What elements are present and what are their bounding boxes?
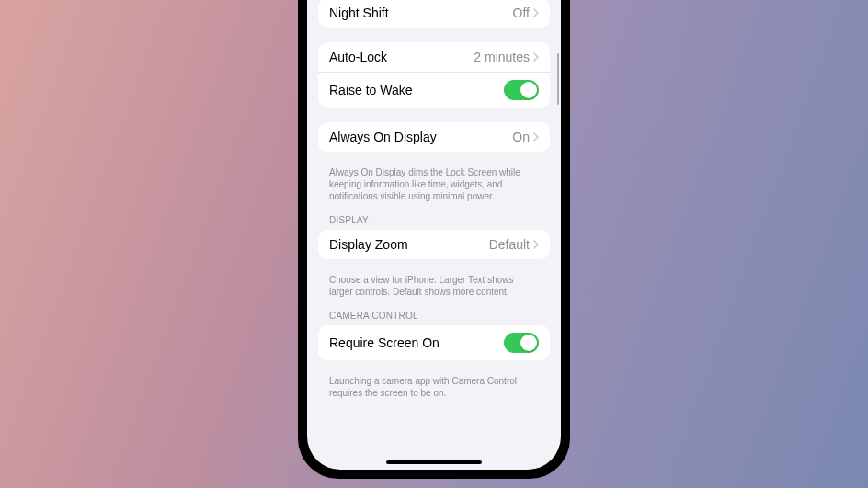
- always-on-footer: Always On Display dims the Lock Screen w…: [329, 166, 539, 202]
- night-shift-label: Night Shift: [329, 6, 389, 20]
- chevron-right-icon: [533, 240, 539, 249]
- display-zoom-row[interactable]: Display Zoom Default: [318, 230, 550, 259]
- require-screen-on-label: Require Screen On: [329, 335, 440, 350]
- row-right: On: [512, 130, 539, 144]
- always-on-row[interactable]: Always On Display On: [318, 122, 550, 152]
- night-shift-row[interactable]: Night Shift Off: [318, 0, 550, 28]
- chevron-right-icon: [533, 132, 539, 142]
- display-zoom-label: Display Zoom: [329, 237, 408, 252]
- raise-to-wake-row: Raise to Wake: [318, 73, 550, 108]
- phone-screen: Night Shift Off Auto-Lock 2 minutes: [307, 0, 561, 470]
- night-shift-value: Off: [513, 6, 530, 20]
- display-footer: Choose a view for iPhone. Larger Text sh…: [329, 274, 539, 298]
- row-right: Off: [513, 6, 539, 20]
- require-screen-on-row: Require Screen On: [318, 325, 550, 360]
- display-zoom-value: Default: [489, 237, 530, 252]
- row-right: Default: [489, 237, 539, 252]
- always-on-group: Always On Display On: [318, 122, 550, 152]
- night-shift-group: Night Shift Off: [318, 0, 550, 28]
- always-on-label: Always On Display: [329, 130, 437, 144]
- auto-lock-row[interactable]: Auto-Lock 2 minutes: [318, 42, 550, 73]
- display-section-header: DISPLAY: [329, 215, 539, 225]
- settings-list[interactable]: Night Shift Off Auto-Lock 2 minutes: [307, 0, 561, 470]
- auto-lock-label: Auto-Lock: [329, 50, 387, 64]
- auto-lock-value: 2 minutes: [474, 50, 530, 64]
- display-group: Display Zoom Default: [318, 230, 550, 259]
- chevron-right-icon: [533, 52, 539, 62]
- camera-section-header: CAMERA CONTROL: [329, 311, 539, 321]
- camera-footer: Launching a camera app with Camera Contr…: [329, 375, 539, 399]
- chevron-right-icon: [533, 8, 539, 17]
- phone-frame: Night Shift Off Auto-Lock 2 minutes: [298, 0, 570, 479]
- raise-to-wake-toggle[interactable]: [504, 80, 539, 100]
- scroll-indicator: [557, 53, 559, 105]
- require-screen-on-toggle[interactable]: [504, 333, 539, 353]
- always-on-value: On: [512, 130, 530, 144]
- camera-group: Require Screen On: [318, 325, 550, 360]
- lock-group: Auto-Lock 2 minutes Raise to Wake: [318, 42, 550, 108]
- raise-to-wake-label: Raise to Wake: [329, 83, 413, 97]
- row-right: 2 minutes: [474, 50, 539, 64]
- home-indicator[interactable]: [386, 460, 482, 464]
